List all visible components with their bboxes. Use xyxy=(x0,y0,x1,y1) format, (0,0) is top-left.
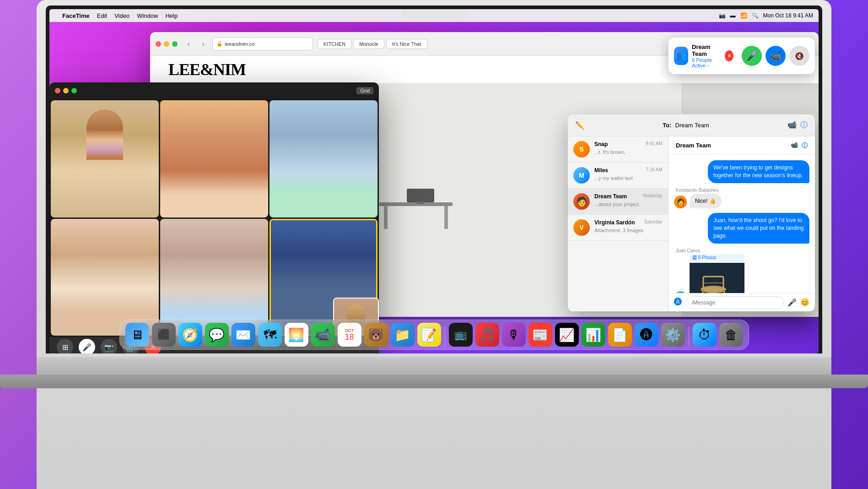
facetime-participant-5 xyxy=(160,219,268,336)
conversation-virginia[interactable]: V Virginia Sardón Saturday Attachment: 3… xyxy=(568,215,668,241)
notes-icon: 📝 xyxy=(421,327,437,342)
messages-to-label: To: xyxy=(663,122,671,129)
safari-tab-monocle[interactable]: Monocle xyxy=(353,39,384,49)
macbook-shell: FaceTime Edit Video Window Help 📷 ▬ 📶 🔍 … xyxy=(37,0,831,489)
menu-bar-app-name[interactable]: FaceTime xyxy=(62,12,90,19)
facetime-participant-1 xyxy=(51,100,159,217)
dock-item-podcasts[interactable]: 🎙 xyxy=(502,323,526,347)
dock-item-trash[interactable]: 🗑 xyxy=(719,323,743,347)
photos-badge[interactable]: 🖼 6 Photos xyxy=(690,254,744,261)
dock-item-calendar[interactable]: OCT 18 xyxy=(338,323,361,347)
messages-input-area: 🅐 🎤 😊 xyxy=(669,293,815,311)
menu-bar: FaceTime Edit Video Window Help 📷 ▬ 📶 🔍 … xyxy=(49,9,819,22)
safari-minimize-btn[interactable] xyxy=(164,41,169,47)
facetime-window: Grid xyxy=(49,82,379,353)
dock-item-safari[interactable]: 🧭 xyxy=(178,323,202,347)
safari-url[interactable]: leeandnim.co xyxy=(225,41,254,47)
safari-close-btn[interactable] xyxy=(156,41,161,47)
chair-photo[interactable] xyxy=(690,263,744,293)
message-out-1: We've been trying to get designs togethe… xyxy=(674,160,809,183)
dock-item-files[interactable]: 📁 xyxy=(391,323,415,347)
conv-name-2: Miles xyxy=(594,167,608,174)
svg-rect-0 xyxy=(379,202,453,206)
facetime-minimize-btn[interactable] xyxy=(63,88,69,93)
message-in-konstantin: Konstantin Babiichev 🧑 Nice! 👍 xyxy=(674,188,809,209)
messages-header-info-icon[interactable]: ⓘ xyxy=(802,141,808,150)
macbook-bottom xyxy=(37,357,831,375)
dock-item-screentime[interactable]: ⏱ xyxy=(693,323,717,347)
conversation-1[interactable]: S Snap 9:41 AM ...t. It's brown, xyxy=(568,136,668,163)
safari-address-bar[interactable]: 🔒 leeandnim.co xyxy=(212,38,313,50)
dock-item-facetime[interactable]: 📹 xyxy=(311,323,335,347)
notification-title: Dream Team xyxy=(692,43,721,57)
messages-compose-icon[interactable]: ✏️ xyxy=(575,121,584,130)
facetime-notification: 👥 Dream Team 6 People Active › ✕ 🎤 📹 🔇 xyxy=(669,38,815,74)
facetime-grid-button[interactable]: Grid xyxy=(356,87,373,94)
safari-forward-btn[interactable]: › xyxy=(198,38,209,49)
dock-item-maps[interactable]: 🗺 xyxy=(258,323,282,347)
dock-item-music[interactable]: 🎵 xyxy=(475,323,499,347)
dock-item-notes[interactable]: 📝 xyxy=(417,323,441,347)
facetime-mute-btn[interactable]: 🎤 xyxy=(79,339,95,353)
safari-tab-its-nice[interactable]: It's Nice That xyxy=(386,39,427,49)
facetime-traffic-lights xyxy=(55,88,77,93)
photos-dock-icon: 🌅 xyxy=(288,327,304,342)
messages-to-field: To: Dream Team xyxy=(663,122,709,129)
dock-item-news[interactable]: 📰 xyxy=(528,323,552,347)
dock-item-mail[interactable]: ✉️ xyxy=(232,323,255,347)
dock-item-numbers[interactable]: 📊 xyxy=(582,323,605,347)
conversation-2[interactable]: M Miles 7:34 AM ...y my wallet last xyxy=(568,163,668,189)
facetime-grid-view-btn[interactable]: ⊞ xyxy=(57,339,73,353)
notification-header: 👥 Dream Team 6 People Active › ✕ xyxy=(674,43,733,68)
notification-info: Dream Team 6 People Active › xyxy=(692,43,721,68)
conv-time-virginia: Saturday xyxy=(644,219,663,226)
numbers-icon: 📊 xyxy=(585,327,601,342)
messages-video-icon[interactable]: 📹 xyxy=(787,120,797,130)
dock-item-system-prefs[interactable]: ⚙️ xyxy=(661,323,685,347)
dock-item-messages[interactable]: 💬 xyxy=(205,323,229,347)
photos-count: 6 Photos xyxy=(698,255,716,260)
messages-emoji-icon[interactable]: 😊 xyxy=(800,298,809,307)
dock-item-appstore[interactable]: 🅐 xyxy=(635,323,658,347)
facetime-close-btn[interactable] xyxy=(55,88,60,93)
mail-icon: ✉️ xyxy=(235,327,251,342)
facetime-icon: 📹 xyxy=(315,327,331,342)
conv-info-2: Miles 7:34 AM ...y my wallet last xyxy=(594,167,663,182)
dock-item-pages[interactable]: 📄 xyxy=(608,323,632,347)
facetime-participant-2 xyxy=(160,100,268,217)
facetime-grid xyxy=(49,99,379,337)
menu-bar-window[interactable]: Window xyxy=(137,12,158,19)
dock-item-bear[interactable]: 🐻 xyxy=(364,323,388,347)
dock-item-tv[interactable]: 📺 xyxy=(449,323,473,347)
facetime-camera-toggle-btn[interactable]: 📷 xyxy=(101,339,117,353)
files-icon: 📁 xyxy=(394,327,410,342)
notification-subtitle[interactable]: 6 People Active › xyxy=(692,57,721,68)
menu-bar-video[interactable]: Video xyxy=(114,12,129,19)
notification-mute-action-btn[interactable]: 🔇 xyxy=(789,46,809,66)
messages-audio-icon[interactable]: 🎤 xyxy=(787,298,797,307)
messages-apps-icon[interactable]: 🅐 xyxy=(674,298,682,307)
dock-item-stocks[interactable]: 📈 xyxy=(555,323,579,347)
messages-input-field[interactable] xyxy=(686,296,784,309)
notification-video-btn[interactable]: 📹 xyxy=(766,46,786,66)
facetime-fullscreen-btn[interactable] xyxy=(71,88,77,93)
conv-avatar-virginia: V xyxy=(573,219,590,236)
messages-recipient[interactable]: Dream Team xyxy=(675,122,709,129)
conv-preview-1: ...t. It's brown, xyxy=(594,149,625,155)
safari-tab-kitchen[interactable]: KITCHEN xyxy=(318,39,351,49)
notification-audio-btn[interactable]: 🎤 xyxy=(742,46,762,66)
dock-item-photos[interactable]: 🌅 xyxy=(285,323,308,347)
safari-fullscreen-btn[interactable] xyxy=(172,41,178,47)
conversation-active[interactable]: 🧑 Dream Team Yesterday ...about your pro… xyxy=(568,189,668,215)
menu-bar-search-icon[interactable]: 🔍 xyxy=(752,12,759,19)
menu-bar-edit[interactable]: Edit xyxy=(97,12,107,19)
messages-body: We've been trying to get designs togethe… xyxy=(669,155,815,293)
messages-header-video-icon[interactable]: 📹 xyxy=(791,141,798,150)
dock-item-finder[interactable]: 🖥 xyxy=(125,323,149,347)
messages-info-icon[interactable]: ⓘ xyxy=(800,120,808,130)
facetime-titlebar: Grid xyxy=(49,82,379,99)
menu-bar-help[interactable]: Help xyxy=(165,12,178,19)
safari-back-btn[interactable]: ‹ xyxy=(183,38,194,49)
notification-close-btn[interactable]: ✕ xyxy=(725,50,733,61)
dock-item-launchpad[interactable]: ⬛ xyxy=(152,323,176,347)
